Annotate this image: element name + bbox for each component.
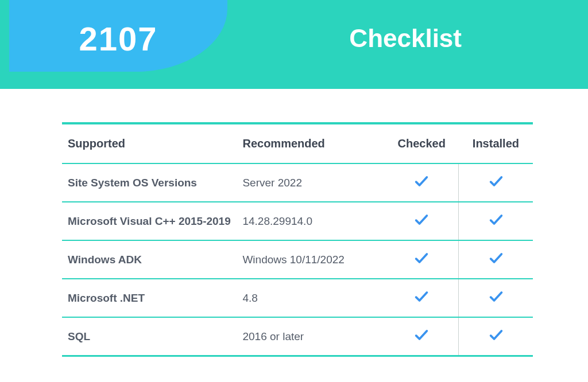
table-header-row: Supported Recommended Checked Installed	[62, 123, 533, 163]
checkmark-icon	[488, 173, 504, 189]
cell-supported: Microsoft .NET	[62, 279, 237, 317]
checkmark-icon	[413, 327, 430, 343]
header-banner: 2107 Checklist	[0, 0, 588, 89]
checkmark-icon	[413, 289, 430, 305]
cell-checked	[385, 163, 459, 202]
cell-installed	[459, 317, 533, 356]
column-header-recommended: Recommended	[237, 123, 384, 163]
cell-installed	[459, 279, 533, 317]
checklist-table: Supported Recommended Checked Installed …	[62, 122, 533, 357]
column-header-supported: Supported	[62, 123, 237, 163]
cell-supported: Site System OS Versions	[62, 163, 237, 202]
table-row: Microsoft Visual C++ 2015-201914.28.2991…	[62, 202, 533, 240]
column-header-checked: Checked	[385, 123, 459, 163]
cell-supported: SQL	[62, 317, 237, 356]
cell-checked	[385, 317, 459, 356]
cell-installed	[459, 202, 533, 240]
cell-recommended: Server 2022	[237, 163, 384, 202]
cell-recommended: 14.28.29914.0	[237, 202, 384, 240]
cell-recommended: Windows 10/11/2022	[237, 240, 384, 279]
page-title: Checklist	[349, 24, 462, 53]
checkmark-icon	[413, 212, 430, 228]
table-row: Site System OS VersionsServer 2022	[62, 163, 533, 202]
checkmark-icon	[488, 212, 504, 228]
checkmark-icon	[488, 250, 504, 266]
column-header-installed: Installed	[459, 123, 533, 163]
cell-checked	[385, 240, 459, 279]
checkmark-icon	[413, 250, 430, 266]
checkmark-icon	[488, 327, 504, 343]
table-row: Microsoft .NET4.8	[62, 279, 533, 317]
table-row: Windows ADKWindows 10/11/2022	[62, 240, 533, 279]
checkmark-icon	[488, 289, 504, 305]
cell-supported: Microsoft Visual C++ 2015-2019	[62, 202, 237, 240]
version-badge: 2107	[9, 0, 227, 72]
cell-installed	[459, 163, 533, 202]
content-area: Supported Recommended Checked Installed …	[0, 89, 588, 357]
cell-recommended: 4.8	[237, 279, 384, 317]
version-number: 2107	[79, 20, 157, 58]
table-row: SQL2016 or later	[62, 317, 533, 356]
checkmark-icon	[413, 173, 430, 189]
cell-checked	[385, 279, 459, 317]
cell-supported: Windows ADK	[62, 240, 237, 279]
cell-installed	[459, 240, 533, 279]
cell-recommended: 2016 or later	[237, 317, 384, 356]
cell-checked	[385, 202, 459, 240]
